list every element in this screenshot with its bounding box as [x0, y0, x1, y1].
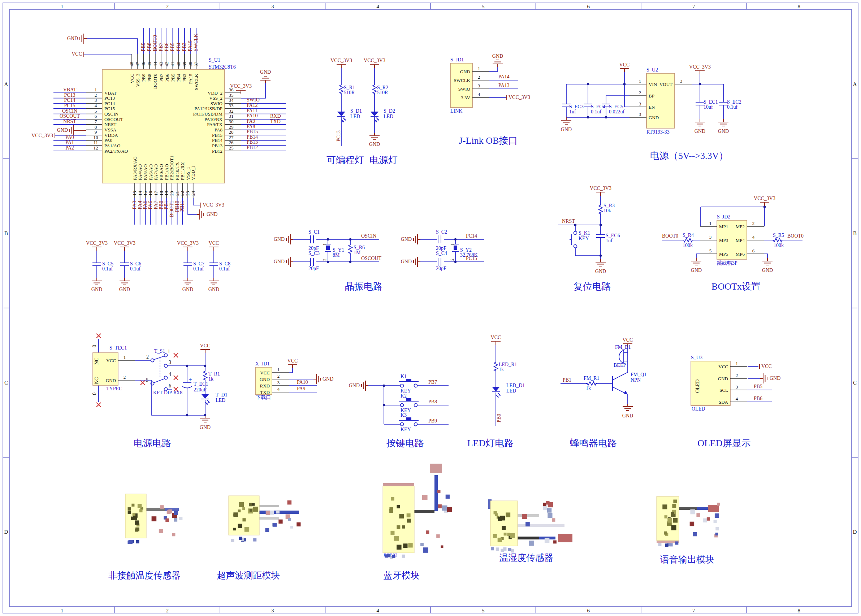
gnd-symbol: [413, 257, 420, 267]
pin-name: SDA: [719, 399, 729, 405]
net-label-PA5: PA5: [142, 201, 148, 209]
ecap-T_EC1[interactable]: [182, 383, 192, 388]
section-keys: GNDK1KEYPB7K2KEYPB8K3KEYPB9按键电路: [349, 374, 437, 448]
label-RXD: RXD: [270, 113, 281, 119]
label-GND: GND: [182, 287, 193, 292]
button-K1[interactable]: [399, 379, 419, 387]
label-GND: GND: [349, 383, 360, 388]
cap-S_C5[interactable]: [93, 263, 101, 266]
label-S_EC5: S_EC5: [609, 104, 623, 109]
vcc-symbol: [491, 341, 501, 345]
pin-number: 1: [736, 361, 738, 366]
resistor-S_R4[interactable]: [683, 238, 693, 242]
led-LED_D1[interactable]: [492, 387, 501, 398]
cap-S_C8[interactable]: [209, 263, 218, 266]
pin-name: MP3: [719, 237, 728, 243]
cap-S_C1[interactable]: [311, 236, 313, 244]
net-label-PC13: PC13: [64, 93, 75, 98]
net-label-PB7: PB7: [158, 42, 163, 51]
cap-S_EC2[interactable]: [719, 102, 728, 105]
module-body[interactable]: [490, 501, 517, 546]
label-S_Y2: S_Y2: [460, 247, 472, 253]
pin-number: 2: [277, 373, 280, 379]
pin-name: PA1/AO: [104, 143, 120, 148]
resistor-FM_R1[interactable]: [586, 382, 597, 385]
label-T_D1: T_D1: [215, 392, 228, 398]
pin-number: 6: [752, 248, 755, 253]
label-NPN: NPN: [631, 377, 641, 383]
button-S_K1[interactable]: [570, 231, 577, 248]
pin-number: 5: [94, 108, 97, 114]
label-LED: LED: [383, 114, 393, 119]
resistor-S_R3[interactable]: [599, 204, 602, 215]
frame-row-label: A: [853, 81, 857, 87]
pin-number: 32: [229, 108, 234, 114]
pin-name: PA3/RX/AO: [132, 156, 138, 180]
label-VCC: VCC: [761, 364, 772, 369]
net-label-PA9: PA9: [297, 386, 306, 391]
pin-name: PB0/AO: [159, 164, 164, 180]
cap-S_C6[interactable]: [120, 263, 129, 266]
resistor-S_R2[interactable]: [373, 84, 376, 94]
label-FM_B1: FM_B1: [615, 344, 631, 350]
label-VCC: VCC: [491, 335, 501, 340]
pin-name: VIN: [649, 82, 657, 87]
led-S_D1[interactable]: [337, 112, 346, 123]
resistor-T_R1[interactable]: [203, 370, 207, 381]
pin-number: 44: [152, 62, 158, 67]
resistor-LED_R1[interactable]: [494, 361, 498, 372]
cap-S_EC6[interactable]: [596, 235, 605, 237]
pin-number: 2: [478, 74, 480, 80]
pin-number: 1: [709, 221, 712, 226]
pin-name: GND: [649, 115, 659, 120]
label-BEEP: BEEP: [614, 363, 626, 368]
button-K3[interactable]: [399, 417, 419, 426]
pin-number: 4: [277, 387, 280, 392]
cap-S_C2[interactable]: [438, 236, 441, 244]
module-title: 超声波测距模块: [217, 570, 280, 580]
pin-number: 2: [752, 221, 755, 226]
label--: +: [617, 353, 621, 358]
gnd-symbol: [561, 117, 571, 124]
label-1: 1: [449, 244, 455, 245]
pin-number: 1: [124, 355, 126, 360]
cap-S_C3[interactable]: [311, 258, 313, 266]
chip-X_JD1: X_JD1下载口1VCC2GND3RXDPA104TXDPA9: [255, 361, 317, 400]
pin-number: 2: [736, 372, 738, 378]
label-0-1uf: 0.1uf: [727, 104, 738, 110]
pin-name: OSCOUT: [104, 116, 123, 122]
resistor-S_R6[interactable]: [349, 244, 352, 255]
label-S_EC1: S_EC1: [704, 99, 718, 105]
frame-col-label: 2: [166, 608, 169, 613]
cap-S_C7[interactable]: [184, 263, 192, 266]
led-T_D1[interactable]: [201, 394, 210, 405]
resistor-S_R1[interactable]: [339, 84, 343, 94]
led-S_D2[interactable]: [371, 112, 379, 123]
resistor-S_R5[interactable]: [772, 238, 783, 242]
frame-col-label: 3: [271, 4, 274, 9]
label-K2: K2: [401, 393, 407, 399]
pin-name: GND: [718, 376, 728, 381]
button-K2[interactable]: [399, 398, 419, 407]
pin-name: BP: [649, 93, 654, 99]
label-GND: GND: [208, 287, 219, 292]
npn-base-FM_Q1[interactable]: [612, 376, 613, 391]
cap-S_EC1[interactable]: [696, 102, 704, 105]
pin-name: VDD_I: [190, 166, 196, 180]
pin-number: 16: [148, 191, 153, 196]
part-S_JD1: LINK: [450, 108, 462, 114]
cap-S_C4[interactable]: [438, 258, 441, 266]
label-VCC_3V3: VCC_3V3: [86, 240, 108, 246]
section-crystal: GNDGNDS_C120pFS_C320pFOSCINOSCOUTS_Y18MS…: [274, 229, 478, 292]
pin-name: PB6: [164, 74, 170, 82]
pin-name: SWCLK: [193, 73, 199, 90]
label-VCC_3V3: VCC_3V3: [590, 185, 611, 191]
label-BOOT0: BOOT0: [787, 233, 804, 239]
pin-name: PB9: [141, 74, 146, 82]
label-GND: GND: [691, 267, 702, 273]
pin-name: OSCIN: [104, 111, 119, 116]
label-S_R6: S_R6: [354, 245, 365, 250]
net-label-PB0: PB0: [159, 201, 164, 209]
label-GND: GND: [770, 376, 781, 381]
pin-name: PA5/AO: [143, 164, 148, 180]
